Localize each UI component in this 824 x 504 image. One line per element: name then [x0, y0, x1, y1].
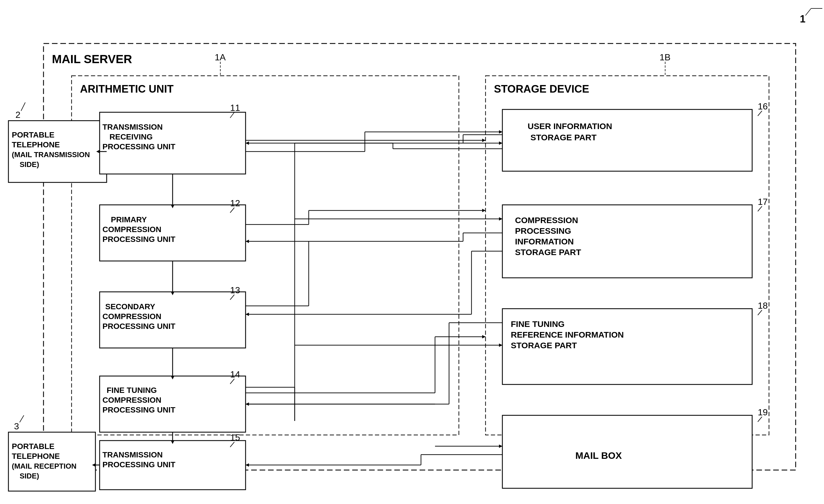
svg-text:COMPRESSION: COMPRESSION — [102, 225, 162, 234]
ref-3: 3 — [14, 421, 19, 431]
transmission-processing-unit: TRANSMISSION — [102, 450, 163, 459]
svg-text:STORAGE PART: STORAGE PART — [530, 133, 597, 142]
svg-line-51 — [758, 111, 762, 116]
svg-text:PROCESSING UNIT: PROCESSING UNIT — [102, 142, 176, 151]
svg-marker-101 — [499, 130, 502, 133]
ref-2: 2 — [15, 110, 20, 120]
ref-11: 11 — [230, 103, 240, 113]
svg-text:STORAGE PART: STORAGE PART — [515, 247, 581, 257]
svg-text:PROCESSING UNIT: PROCESSING UNIT — [102, 460, 176, 469]
svg-line-56 — [758, 206, 762, 211]
svg-line-46 — [20, 415, 24, 422]
transmission-receiving-unit: TRANSMISSION — [102, 123, 163, 131]
svg-text:TELEPHONE: TELEPHONE — [12, 140, 60, 149]
svg-text:TELEPHONE: TELEPHONE — [12, 452, 60, 461]
svg-text:SIDE): SIDE) — [20, 472, 39, 480]
svg-line-62 — [758, 417, 762, 422]
svg-line-1 — [806, 8, 811, 15]
storage-device-label: STORAGE DEVICE — [494, 83, 589, 95]
ref-15: 15 — [230, 432, 240, 442]
ref-1a: 1A — [215, 52, 226, 62]
compression-processing-info-storage: COMPRESSION — [515, 215, 578, 225]
svg-marker-82 — [245, 313, 249, 316]
arithmetic-unit-label: ARITHMETIC UNIT — [80, 83, 174, 95]
svg-text:1: 1 — [800, 13, 806, 25]
svg-rect-61 — [502, 415, 752, 488]
svg-marker-104 — [499, 141, 502, 145]
mail-box: MAIL BOX — [575, 450, 622, 461]
svg-marker-93 — [499, 444, 502, 448]
svg-marker-76 — [245, 240, 249, 243]
svg-marker-86 — [482, 335, 486, 338]
svg-text:INFORMATION: INFORMATION — [515, 237, 574, 246]
fine-tuning-compression-unit: FINE TUNING — [107, 386, 157, 395]
svg-text:(MAIL RECEPTION: (MAIL RECEPTION — [12, 462, 77, 470]
svg-text:RECEIVING: RECEIVING — [109, 132, 153, 141]
svg-text:SIDE): SIDE) — [20, 160, 39, 169]
portable-telephone-rx: PORTABLE — [12, 442, 55, 451]
fine-tuning-reference-storage: FINE TUNING — [511, 319, 565, 329]
ref-14: 14 — [230, 369, 240, 379]
ref-18: 18 — [758, 301, 768, 311]
secondary-compression-unit: SECONDARY — [105, 302, 155, 311]
diagram-container: 1 MAIL SERVER ARITHMETIC UNIT 1A STORAGE… — [0, 0, 824, 504]
svg-marker-112 — [245, 141, 249, 145]
svg-marker-66 — [482, 139, 486, 142]
svg-text:PROCESSING UNIT: PROCESSING UNIT — [102, 235, 176, 243]
portable-telephone-tx: PORTABLE — [12, 130, 55, 139]
ref-16: 16 — [758, 101, 768, 111]
user-information-storage: USER INFORMATION — [528, 121, 612, 131]
svg-text:REFERENCE INFORMATION: REFERENCE INFORMATION — [511, 330, 624, 339]
svg-line-60 — [758, 310, 762, 315]
svg-text:PROCESSING UNIT: PROCESSING UNIT — [102, 405, 176, 414]
ref-19: 19 — [758, 407, 768, 417]
svg-text:COMPRESSION: COMPRESSION — [102, 396, 162, 404]
svg-text:COMPRESSION: COMPRESSION — [102, 312, 162, 321]
mail-server-label: MAIL SERVER — [52, 53, 132, 66]
svg-marker-108 — [499, 343, 502, 347]
svg-marker-72 — [482, 209, 486, 212]
svg-line-12 — [21, 102, 25, 111]
ref-12: 12 — [230, 198, 240, 208]
svg-marker-106 — [499, 217, 502, 221]
svg-rect-42 — [8, 432, 95, 491]
svg-text:PROCESSING UNIT: PROCESSING UNIT — [102, 322, 176, 330]
ref-13: 13 — [230, 285, 240, 295]
svg-marker-97 — [245, 463, 249, 467]
svg-text:(MAIL TRANSMISSION: (MAIL TRANSMISSION — [12, 150, 90, 159]
ref-1b: 1B — [659, 52, 671, 62]
svg-text:STORAGE PART: STORAGE PART — [511, 341, 577, 350]
ref-17: 17 — [758, 197, 768, 207]
primary-compression-unit: PRIMARY — [111, 215, 147, 224]
svg-text:PROCESSING: PROCESSING — [515, 226, 571, 235]
